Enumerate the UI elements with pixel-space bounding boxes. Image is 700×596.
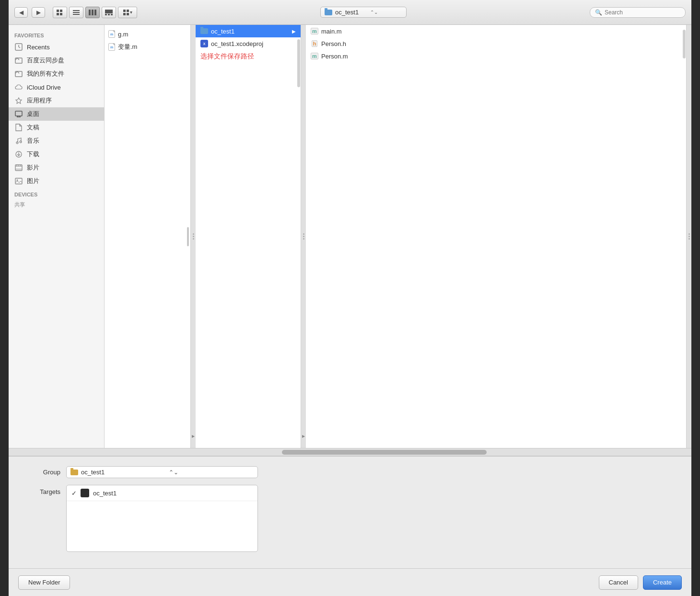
- partial-file-label-gm: g.m: [118, 31, 128, 38]
- col3-scrollbar-thumb: [683, 30, 686, 58]
- col-resize-handle-right[interactable]: [687, 25, 691, 448]
- svg-rect-7: [89, 10, 91, 15]
- sidebar-item-all-files[interactable]: 我的所有文件: [9, 67, 104, 80]
- location-folder-icon: [325, 10, 332, 15]
- view-buttons: ▾: [53, 7, 137, 18]
- recents-icon: [14, 43, 23, 51]
- m-file-icon: m: [108, 30, 115, 38]
- sidebar-item-documents[interactable]: 文稿: [9, 121, 104, 134]
- file-item-person-h[interactable]: h Person.h: [306, 37, 686, 50]
- location-label: oc_test1: [335, 9, 367, 16]
- view-dropdown-button[interactable]: ▾: [118, 7, 137, 18]
- file-label-person-h: Person.h: [321, 40, 346, 47]
- view-grid-button[interactable]: [53, 7, 67, 18]
- sidebar-label-icloud: iCloud Drive: [27, 84, 61, 91]
- file-item-person-m[interactable]: m Person.m: [306, 50, 686, 62]
- group-value: oc_test1: [81, 469, 166, 476]
- svg-rect-23: [15, 111, 22, 116]
- svg-rect-3: [60, 13, 62, 15]
- sidebar-label-desktop: 桌面: [27, 110, 39, 118]
- person-m-icon: m: [311, 52, 318, 60]
- svg-rect-15: [127, 10, 129, 12]
- favorites-header: Favorites: [9, 29, 104, 40]
- back-button[interactable]: ◀: [14, 7, 28, 18]
- target-item-oc-test1[interactable]: ✓ oc_test1: [67, 485, 257, 501]
- annotation-save-path: 选择文件保存路径: [196, 50, 301, 63]
- partial-file-item-var[interactable]: m 变量.m: [105, 40, 190, 54]
- sidebar-label-pictures: 图片: [27, 177, 39, 185]
- col-resize-handle-1[interactable]: ▶: [191, 25, 196, 448]
- sidebar-item-apps[interactable]: 应用程序: [9, 94, 104, 107]
- file-item-main-m[interactable]: m main.m: [306, 25, 686, 37]
- svg-rect-11: [105, 14, 107, 15]
- desktop-icon: [14, 110, 23, 118]
- music-icon: [14, 137, 23, 145]
- group-folder-icon: [70, 470, 78, 475]
- svg-rect-16: [123, 13, 126, 15]
- svg-rect-1: [60, 10, 62, 12]
- file-column-3: m main.m h Person.h: [306, 25, 687, 448]
- targets-box: ✓ oc_test1: [66, 485, 258, 552]
- sidebar-label-all-files: 我的所有文件: [27, 69, 64, 78]
- browser-area: Favorites Recents 百度云同步盘: [9, 25, 691, 456]
- icloud-icon: [14, 83, 23, 92]
- location-dropdown[interactable]: oc_test1 ⌃⌄: [320, 7, 407, 18]
- create-button[interactable]: Create: [643, 575, 682, 590]
- svg-point-28: [20, 141, 22, 143]
- svg-point-27: [16, 142, 18, 144]
- partial-file-label-var: 变量.m: [118, 43, 137, 51]
- svg-rect-12: [108, 14, 110, 15]
- m-file-icon-2: m: [108, 43, 115, 51]
- view-column-button[interactable]: [85, 7, 100, 18]
- sidebar-item-icloud[interactable]: iCloud Drive: [9, 80, 104, 94]
- file-item-oc-test1-folder[interactable]: oc_test1 ▶: [196, 25, 301, 37]
- devices-header: Devices: [9, 188, 104, 199]
- movies-icon: [14, 163, 23, 172]
- location-bar: oc_test1 ⌃⌄: [141, 7, 586, 18]
- col1-resize[interactable]: [186, 25, 190, 448]
- sidebar-label-music: 音乐: [27, 137, 39, 145]
- person-h-icon: h: [311, 40, 318, 47]
- partial-file-item-gm[interactable]: m g.m: [105, 28, 190, 40]
- horizontal-scrollbar[interactable]: [9, 448, 691, 456]
- cancel-button[interactable]: Cancel: [599, 575, 638, 590]
- view-list-button[interactable]: [69, 7, 83, 18]
- sidebar-item-pictures[interactable]: 图片: [9, 174, 104, 188]
- col-resize-handle-2[interactable]: ▶: [301, 25, 306, 448]
- svg-rect-37: [15, 178, 22, 184]
- svg-rect-10: [105, 10, 113, 13]
- sidebar-label-movies: 影片: [27, 163, 39, 172]
- new-folder-button[interactable]: New Folder: [18, 575, 70, 590]
- file-item-xcodeproj[interactable]: X oc_test1.xcodeproj: [196, 37, 301, 50]
- col2-scrollbar-thumb: [297, 39, 300, 87]
- svg-rect-8: [92, 10, 93, 15]
- sidebar-item-movies[interactable]: 影片: [9, 161, 104, 174]
- file-columns: m g.m m 变量.m: [105, 25, 691, 448]
- sidebar-item-downloads[interactable]: 下载: [9, 148, 104, 161]
- file-label-main-m: main.m: [321, 28, 342, 35]
- sidebar-item-baidu[interactable]: 百度云同步盘: [9, 54, 104, 67]
- h-scrollbar-thumb[interactable]: [282, 450, 487, 455]
- sidebar-item-music[interactable]: 音乐: [9, 134, 104, 148]
- footer-right: Cancel Create: [599, 575, 682, 590]
- view-gallery-button[interactable]: [102, 7, 116, 18]
- folder-icon-oc-test1: [200, 27, 208, 35]
- downloads-icon: [14, 150, 23, 159]
- all-files-icon: [14, 69, 23, 78]
- sidebar-item-recents[interactable]: Recents: [9, 40, 104, 54]
- search-input[interactable]: [605, 9, 677, 16]
- search-bar: 🔍: [590, 7, 686, 18]
- forward-button[interactable]: ▶: [32, 7, 45, 18]
- sidebar-label-recents: Recents: [27, 44, 50, 51]
- group-dropdown[interactable]: oc_test1 ⌃⌄: [66, 466, 258, 478]
- sidebar-label-baidu: 百度云同步盘: [27, 56, 64, 65]
- partial-files-list: m g.m m 变量.m: [105, 25, 190, 57]
- pictures-icon: [14, 177, 23, 185]
- target-checkmark[interactable]: ✓: [71, 490, 77, 497]
- svg-rect-6: [73, 14, 80, 15]
- targets-row: Targets ✓ oc_test1: [28, 485, 672, 552]
- sidebar-item-desktop[interactable]: 桌面: [9, 107, 104, 121]
- target-app-icon: [81, 489, 89, 497]
- svg-rect-0: [57, 10, 59, 12]
- folder-arrow: ▶: [292, 29, 296, 34]
